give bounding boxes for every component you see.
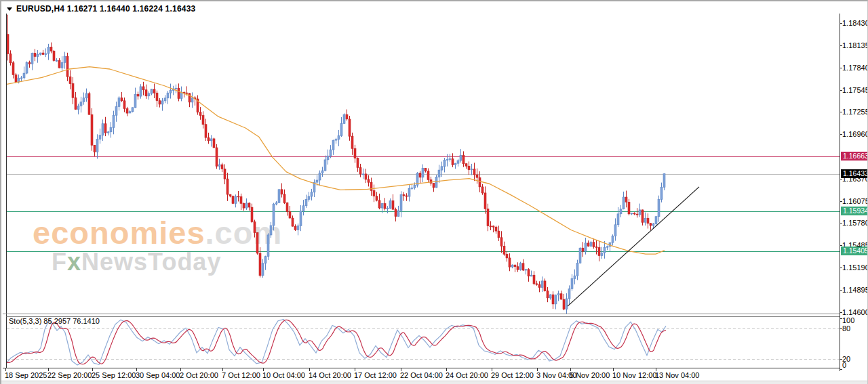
candles [7,15,665,314]
indicator-scale-label: 100 [842,317,863,324]
price-tick-label: 1.16075 [842,197,868,205]
stochastic-d-line [7,320,666,364]
time-tick-label: 22 Oct 04:00 [400,371,443,379]
time-tick-label: 18 Sep 2025 [5,371,47,379]
time-tick-label: 14 Oct 20:00 [309,371,351,379]
stochastic-k-line [7,320,666,366]
price-tick-label: 1.16960 [842,130,868,138]
chart-window: EURUSD,H4 1.16271 1.16440 1.16224 1.1643… [0,0,868,384]
stochastic-label: Sto(5,3,3) 85.2957 76.1410 [9,317,100,325]
stochastic-lines [7,320,840,366]
time-tick-label: 10 Oct 04:00 [262,371,305,379]
price-tick-label: 1.17545 [842,86,868,94]
price-tick-label: 1.18135 [842,41,868,49]
time-tick-label: 7 Oct 12:00 [222,371,260,379]
price-tick-label: 1.15190 [842,263,868,272]
price-tick-label: 1.17840 [842,64,868,72]
symbol-dropdown-icon[interactable] [7,7,12,11]
time-tick-label: 29 Oct 12:00 [491,371,534,379]
time-tick-label: 30 Sep 04:00 [136,371,180,379]
indicator-scale-label: 80 [842,325,863,332]
time-tick-label: 17 Oct 12:00 [354,371,397,379]
price-tick-label: 1.15780 [842,219,868,227]
price-tick-label: 1.14600 [842,308,868,316]
chart-canvas[interactable] [1,1,868,384]
resistance-level-label: 1.16663 [841,152,868,161]
price-tick-label: 1.17255 [842,108,868,116]
time-tick-label: 24 Oct 20:00 [446,371,488,379]
time-tick-label: 2 Oct 20:00 [180,371,218,379]
support-level-1-label: 1.15934 [841,207,868,215]
time-tick-label: 22 Sep 20:00 [47,371,92,379]
time-tick-label: 5 Nov 20:00 [570,371,610,379]
current-price-label: 1.16433 [841,169,868,178]
window-bottom-edge [1,381,868,384]
price-tick-label: 1.18430 [842,19,868,27]
price-tick-label: 1.14895 [842,286,868,294]
trendline[interactable] [568,187,699,306]
chart-header: EURUSD,H4 1.16271 1.16440 1.16224 1.1643… [7,4,195,14]
chart-title: EURUSD,H4 1.16271 1.16440 1.16224 1.1643… [16,4,195,14]
time-tick-label: 10 Nov 12:00 [612,371,656,379]
time-tick-label: 25 Sep 12:00 [92,371,136,379]
ma-line [7,67,665,255]
indicator-scale-label: 0 [842,362,863,368]
time-tick-label: 13 Nov 04:00 [655,371,699,379]
support-level-2-label: 1.15405 [841,247,868,255]
axes [3,14,842,371]
